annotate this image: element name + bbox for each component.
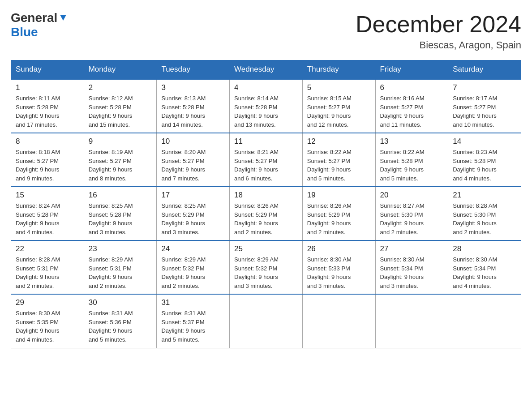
day-info: Sunrise: 8:20 AM Sunset: 5:27 PM Dayligh…	[161, 148, 225, 183]
logo-arrow-icon	[57, 13, 68, 23]
day-number: 18	[234, 191, 298, 200]
table-row: 26 Sunrise: 8:30 AM Sunset: 5:33 PM Dayl…	[302, 240, 375, 294]
table-row: 25 Sunrise: 8:29 AM Sunset: 5:32 PM Dayl…	[230, 240, 303, 294]
day-info: Sunrise: 8:25 AM Sunset: 5:29 PM Dayligh…	[161, 201, 225, 236]
day-info: Sunrise: 8:28 AM Sunset: 5:31 PM Dayligh…	[16, 255, 79, 290]
table-row: 19 Sunrise: 8:26 AM Sunset: 5:29 PM Dayl…	[302, 187, 375, 240]
day-number: 19	[307, 191, 371, 200]
day-number: 11	[234, 137, 298, 146]
calendar-week-row: 15 Sunrise: 8:24 AM Sunset: 5:28 PM Dayl…	[11, 187, 521, 240]
table-row	[302, 294, 375, 348]
table-row: 20 Sunrise: 8:27 AM Sunset: 5:30 PM Dayl…	[375, 187, 448, 240]
day-info: Sunrise: 8:30 AM Sunset: 5:35 PM Dayligh…	[16, 309, 79, 344]
day-number: 24	[161, 244, 225, 253]
logo-general-text: General	[11, 11, 57, 25]
col-monday: Monday	[84, 60, 157, 79]
table-row: 27 Sunrise: 8:30 AM Sunset: 5:34 PM Dayl…	[375, 240, 448, 294]
calendar-week-row: 1 Sunrise: 8:11 AM Sunset: 5:28 PM Dayli…	[11, 79, 521, 133]
day-info: Sunrise: 8:16 AM Sunset: 5:27 PM Dayligh…	[380, 94, 444, 129]
table-row: 22 Sunrise: 8:28 AM Sunset: 5:31 PM Dayl…	[11, 240, 84, 294]
col-saturday: Saturday	[448, 60, 521, 79]
table-row: 30 Sunrise: 8:31 AM Sunset: 5:36 PM Dayl…	[84, 294, 157, 348]
table-row: 11 Sunrise: 8:21 AM Sunset: 5:27 PM Dayl…	[230, 133, 303, 187]
day-info: Sunrise: 8:21 AM Sunset: 5:27 PM Dayligh…	[234, 148, 298, 183]
day-number: 4	[234, 83, 298, 92]
table-row: 1 Sunrise: 8:11 AM Sunset: 5:28 PM Dayli…	[11, 79, 84, 133]
title-section: December 2024 Biescas, Aragon, Spain	[356, 11, 521, 51]
day-info: Sunrise: 8:11 AM Sunset: 5:28 PM Dayligh…	[16, 94, 79, 129]
table-row: 24 Sunrise: 8:29 AM Sunset: 5:32 PM Dayl…	[157, 240, 230, 294]
day-number: 26	[307, 244, 371, 253]
day-number: 21	[453, 191, 516, 200]
day-info: Sunrise: 8:25 AM Sunset: 5:28 PM Dayligh…	[89, 201, 152, 236]
table-row: 17 Sunrise: 8:25 AM Sunset: 5:29 PM Dayl…	[157, 187, 230, 240]
logo-blue-text: Blue	[11, 25, 38, 39]
table-row: 10 Sunrise: 8:20 AM Sunset: 5:27 PM Dayl…	[157, 133, 230, 187]
table-row: 9 Sunrise: 8:19 AM Sunset: 5:27 PM Dayli…	[84, 133, 157, 187]
day-number: 3	[161, 83, 225, 92]
table-row	[230, 294, 303, 348]
table-row: 21 Sunrise: 8:28 AM Sunset: 5:30 PM Dayl…	[448, 187, 521, 240]
table-row: 14 Sunrise: 8:23 AM Sunset: 5:28 PM Dayl…	[448, 133, 521, 187]
day-number: 8	[16, 137, 79, 146]
day-number: 5	[307, 83, 371, 92]
day-info: Sunrise: 8:12 AM Sunset: 5:28 PM Dayligh…	[89, 94, 152, 129]
col-sunday: Sunday	[11, 60, 84, 79]
day-number: 31	[161, 298, 225, 307]
calendar-table: Sunday Monday Tuesday Wednesday Thursday…	[11, 60, 521, 348]
table-row	[448, 294, 521, 348]
calendar-week-row: 8 Sunrise: 8:18 AM Sunset: 5:27 PM Dayli…	[11, 133, 521, 187]
day-info: Sunrise: 8:19 AM Sunset: 5:27 PM Dayligh…	[89, 148, 152, 183]
table-row: 6 Sunrise: 8:16 AM Sunset: 5:27 PM Dayli…	[375, 79, 448, 133]
table-row	[375, 294, 448, 348]
table-row: 16 Sunrise: 8:25 AM Sunset: 5:28 PM Dayl…	[84, 187, 157, 240]
calendar-week-row: 22 Sunrise: 8:28 AM Sunset: 5:31 PM Dayl…	[11, 240, 521, 294]
table-row: 12 Sunrise: 8:22 AM Sunset: 5:27 PM Dayl…	[302, 133, 375, 187]
table-row: 15 Sunrise: 8:24 AM Sunset: 5:28 PM Dayl…	[11, 187, 84, 240]
day-info: Sunrise: 8:22 AM Sunset: 5:27 PM Dayligh…	[307, 148, 371, 183]
table-row: 13 Sunrise: 8:22 AM Sunset: 5:28 PM Dayl…	[375, 133, 448, 187]
table-row: 8 Sunrise: 8:18 AM Sunset: 5:27 PM Dayli…	[11, 133, 84, 187]
day-number: 28	[453, 244, 516, 253]
day-info: Sunrise: 8:15 AM Sunset: 5:27 PM Dayligh…	[307, 94, 371, 129]
day-info: Sunrise: 8:13 AM Sunset: 5:28 PM Dayligh…	[161, 94, 225, 129]
day-number: 7	[453, 83, 516, 92]
page-header: General Blue December 2024 Biescas, Arag…	[11, 11, 521, 51]
day-info: Sunrise: 8:27 AM Sunset: 5:30 PM Dayligh…	[380, 201, 444, 236]
table-row: 29 Sunrise: 8:30 AM Sunset: 5:35 PM Dayl…	[11, 294, 84, 348]
table-row: 7 Sunrise: 8:17 AM Sunset: 5:27 PM Dayli…	[448, 79, 521, 133]
svg-marker-0	[60, 15, 66, 21]
day-number: 12	[307, 137, 371, 146]
table-row: 28 Sunrise: 8:30 AM Sunset: 5:34 PM Dayl…	[448, 240, 521, 294]
day-number: 27	[380, 244, 444, 253]
location: Biescas, Aragon, Spain	[356, 39, 521, 51]
table-row: 23 Sunrise: 8:29 AM Sunset: 5:31 PM Dayl…	[84, 240, 157, 294]
day-number: 6	[380, 83, 444, 92]
logo: General Blue	[11, 11, 68, 39]
day-info: Sunrise: 8:31 AM Sunset: 5:36 PM Dayligh…	[89, 309, 152, 344]
day-number: 22	[16, 244, 79, 253]
day-number: 14	[453, 137, 516, 146]
day-info: Sunrise: 8:24 AM Sunset: 5:28 PM Dayligh…	[16, 201, 79, 236]
day-info: Sunrise: 8:17 AM Sunset: 5:27 PM Dayligh…	[453, 94, 516, 129]
day-number: 10	[161, 137, 225, 146]
day-number: 13	[380, 137, 444, 146]
day-info: Sunrise: 8:30 AM Sunset: 5:34 PM Dayligh…	[453, 255, 516, 290]
day-number: 15	[16, 191, 79, 200]
month-title: December 2024	[356, 11, 521, 38]
col-friday: Friday	[375, 60, 448, 79]
col-wednesday: Wednesday	[230, 60, 303, 79]
day-number: 23	[89, 244, 152, 253]
day-number: 29	[16, 298, 79, 307]
day-info: Sunrise: 8:26 AM Sunset: 5:29 PM Dayligh…	[234, 201, 298, 236]
day-number: 25	[234, 244, 298, 253]
day-info: Sunrise: 8:29 AM Sunset: 5:32 PM Dayligh…	[234, 255, 298, 290]
day-info: Sunrise: 8:28 AM Sunset: 5:30 PM Dayligh…	[453, 201, 516, 236]
calendar-header-row: Sunday Monday Tuesday Wednesday Thursday…	[11, 60, 521, 79]
table-row: 4 Sunrise: 8:14 AM Sunset: 5:28 PM Dayli…	[230, 79, 303, 133]
day-info: Sunrise: 8:31 AM Sunset: 5:37 PM Dayligh…	[161, 309, 225, 344]
col-thursday: Thursday	[302, 60, 375, 79]
day-info: Sunrise: 8:23 AM Sunset: 5:28 PM Dayligh…	[453, 148, 516, 183]
col-tuesday: Tuesday	[157, 60, 230, 79]
day-number: 17	[161, 191, 225, 200]
